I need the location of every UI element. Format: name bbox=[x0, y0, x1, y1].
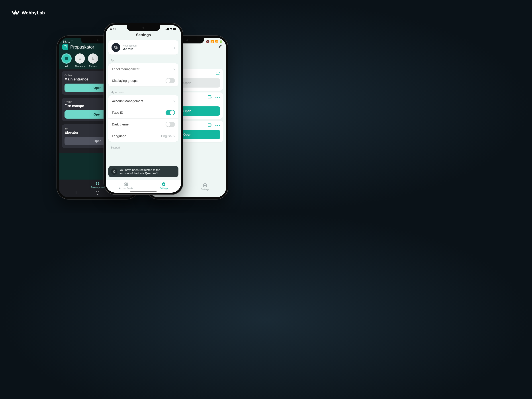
svg-point-25 bbox=[125, 184, 126, 186]
phone-center: 9:41 Settings Your account Admin › bbox=[103, 23, 183, 195]
filter-chip-entrance[interactable]: E Entranc bbox=[88, 53, 98, 68]
sync-icon bbox=[112, 43, 120, 52]
camera-icon[interactable] bbox=[208, 95, 212, 100]
row-face-id[interactable]: Face ID bbox=[108, 107, 178, 118]
filter-chip-all[interactable]: All bbox=[61, 53, 72, 68]
svg-rect-13 bbox=[216, 72, 219, 75]
svg-point-1 bbox=[66, 57, 67, 58]
more-icon[interactable]: ••• bbox=[215, 95, 220, 99]
toggle-displaying-groups[interactable] bbox=[165, 78, 175, 83]
svg-point-2 bbox=[67, 57, 68, 58]
svg-point-8 bbox=[67, 59, 68, 60]
page-title: Settings bbox=[106, 32, 181, 40]
row-dark-theme[interactable]: Dark theme bbox=[108, 118, 178, 130]
chevron-right-icon: › bbox=[173, 133, 175, 139]
tab-settings[interactable]: Settings bbox=[201, 183, 209, 191]
svg-point-12 bbox=[98, 184, 99, 185]
more-icon[interactable]: ••• bbox=[215, 123, 220, 127]
app-logo-icon bbox=[62, 44, 68, 50]
toggle-face-id[interactable] bbox=[165, 110, 175, 115]
svg-rect-21 bbox=[168, 28, 169, 30]
svg-point-3 bbox=[65, 58, 66, 59]
status-time: 9:41 bbox=[110, 28, 116, 31]
status-icons bbox=[165, 28, 177, 31]
edit-icon[interactable] bbox=[218, 44, 222, 50]
svg-point-6 bbox=[65, 59, 66, 60]
svg-rect-20 bbox=[167, 28, 168, 30]
status-time: 18:41 ▢ bbox=[63, 40, 73, 43]
svg-point-0 bbox=[65, 57, 66, 58]
svg-marker-16 bbox=[203, 183, 207, 187]
svg-point-17 bbox=[204, 185, 205, 186]
svg-point-9 bbox=[96, 182, 97, 184]
section-app: App bbox=[111, 59, 181, 62]
app-title: Propuskator bbox=[70, 44, 94, 50]
svg-rect-22 bbox=[173, 28, 176, 30]
chevron-right-icon: › bbox=[174, 45, 175, 50]
sync-icon bbox=[111, 168, 117, 175]
home-indicator bbox=[130, 191, 157, 191]
svg-point-10 bbox=[98, 182, 99, 184]
android-home-icon[interactable]: ◯ bbox=[95, 190, 100, 195]
android-recent-icon[interactable]: ||| bbox=[75, 190, 77, 195]
row-account-management[interactable]: Account Management › bbox=[108, 95, 178, 107]
tab-access-points[interactable]: Access Points bbox=[119, 182, 133, 190]
redirect-toast: You have been redirected to the account … bbox=[108, 166, 178, 177]
camera-icon[interactable] bbox=[208, 123, 212, 128]
account-sublabel: Your account bbox=[123, 44, 171, 47]
row-displaying-groups[interactable]: Displaying groups bbox=[108, 75, 178, 86]
filter-chip-elevators[interactable]: E Elevators bbox=[75, 53, 85, 68]
svg-point-23 bbox=[125, 183, 126, 184]
row-language[interactable]: Language English› bbox=[108, 130, 178, 142]
camera-icon[interactable] bbox=[216, 72, 220, 76]
svg-rect-19 bbox=[166, 29, 167, 30]
tab-access-points[interactable]: Access points bbox=[91, 182, 104, 189]
account-card[interactable]: Your account Admin › bbox=[108, 40, 178, 55]
grid-icon bbox=[61, 53, 72, 64]
svg-point-4 bbox=[66, 58, 67, 59]
svg-point-24 bbox=[126, 183, 128, 184]
svg-rect-15 bbox=[208, 124, 211, 126]
chevron-right-icon: › bbox=[173, 98, 175, 103]
section-support: Support bbox=[111, 146, 181, 149]
svg-point-5 bbox=[67, 58, 68, 59]
svg-point-11 bbox=[96, 184, 97, 185]
tab-settings[interactable]: Settings bbox=[160, 182, 168, 190]
account-name: Admin bbox=[123, 47, 171, 51]
svg-rect-18 bbox=[165, 29, 166, 30]
chevron-right-icon: › bbox=[173, 66, 175, 72]
svg-point-7 bbox=[66, 59, 67, 60]
svg-rect-14 bbox=[208, 95, 211, 98]
svg-point-26 bbox=[126, 184, 128, 186]
row-label-management[interactable]: Label management › bbox=[108, 63, 178, 75]
svg-point-28 bbox=[163, 184, 165, 185]
section-my-account: My account bbox=[111, 91, 181, 94]
toggle-dark-theme[interactable] bbox=[165, 122, 175, 127]
